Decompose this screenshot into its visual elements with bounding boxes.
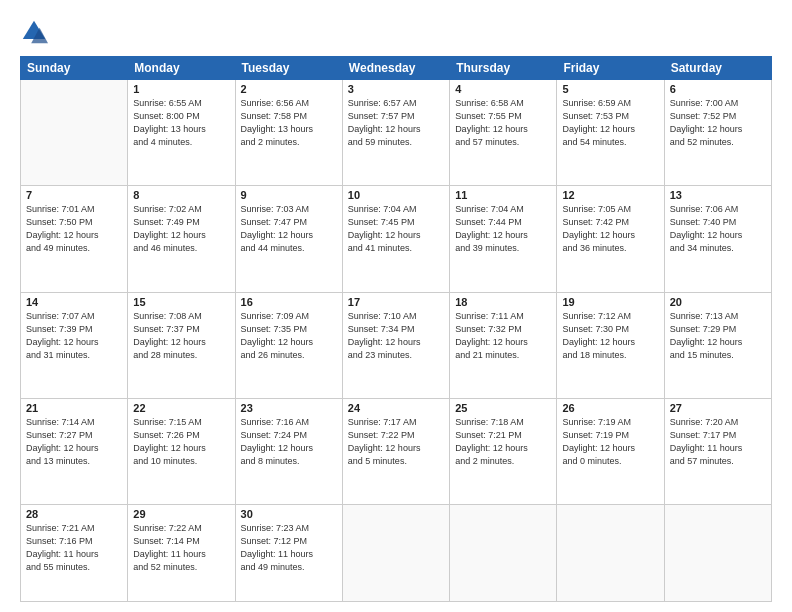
day-info: Sunrise: 7:12 AM Sunset: 7:30 PM Dayligh… bbox=[562, 310, 658, 362]
calendar-cell: 21Sunrise: 7:14 AM Sunset: 7:27 PM Dayli… bbox=[21, 398, 128, 504]
calendar-cell: 29Sunrise: 7:22 AM Sunset: 7:14 PM Dayli… bbox=[128, 505, 235, 602]
day-info: Sunrise: 7:18 AM Sunset: 7:21 PM Dayligh… bbox=[455, 416, 551, 468]
day-info: Sunrise: 7:17 AM Sunset: 7:22 PM Dayligh… bbox=[348, 416, 444, 468]
weekday-sunday: Sunday bbox=[21, 57, 128, 80]
weekday-monday: Monday bbox=[128, 57, 235, 80]
week-row-2: 7Sunrise: 7:01 AM Sunset: 7:50 PM Daylig… bbox=[21, 186, 772, 292]
day-info: Sunrise: 6:59 AM Sunset: 7:53 PM Dayligh… bbox=[562, 97, 658, 149]
calendar-cell: 6Sunrise: 7:00 AM Sunset: 7:52 PM Daylig… bbox=[664, 80, 771, 186]
day-number: 5 bbox=[562, 83, 658, 95]
calendar-cell: 15Sunrise: 7:08 AM Sunset: 7:37 PM Dayli… bbox=[128, 292, 235, 398]
day-info: Sunrise: 7:09 AM Sunset: 7:35 PM Dayligh… bbox=[241, 310, 337, 362]
day-number: 24 bbox=[348, 402, 444, 414]
day-number: 10 bbox=[348, 189, 444, 201]
day-number: 23 bbox=[241, 402, 337, 414]
day-info: Sunrise: 6:56 AM Sunset: 7:58 PM Dayligh… bbox=[241, 97, 337, 149]
header bbox=[20, 18, 772, 46]
day-info: Sunrise: 6:57 AM Sunset: 7:57 PM Dayligh… bbox=[348, 97, 444, 149]
calendar-cell: 25Sunrise: 7:18 AM Sunset: 7:21 PM Dayli… bbox=[450, 398, 557, 504]
calendar-cell: 22Sunrise: 7:15 AM Sunset: 7:26 PM Dayli… bbox=[128, 398, 235, 504]
day-info: Sunrise: 7:16 AM Sunset: 7:24 PM Dayligh… bbox=[241, 416, 337, 468]
day-info: Sunrise: 7:19 AM Sunset: 7:19 PM Dayligh… bbox=[562, 416, 658, 468]
calendar-cell: 12Sunrise: 7:05 AM Sunset: 7:42 PM Dayli… bbox=[557, 186, 664, 292]
calendar-cell bbox=[450, 505, 557, 602]
calendar-cell: 20Sunrise: 7:13 AM Sunset: 7:29 PM Dayli… bbox=[664, 292, 771, 398]
day-number: 19 bbox=[562, 296, 658, 308]
calendar-cell: 8Sunrise: 7:02 AM Sunset: 7:49 PM Daylig… bbox=[128, 186, 235, 292]
weekday-thursday: Thursday bbox=[450, 57, 557, 80]
day-info: Sunrise: 7:07 AM Sunset: 7:39 PM Dayligh… bbox=[26, 310, 122, 362]
calendar-cell: 19Sunrise: 7:12 AM Sunset: 7:30 PM Dayli… bbox=[557, 292, 664, 398]
calendar-cell: 2Sunrise: 6:56 AM Sunset: 7:58 PM Daylig… bbox=[235, 80, 342, 186]
calendar-cell: 10Sunrise: 7:04 AM Sunset: 7:45 PM Dayli… bbox=[342, 186, 449, 292]
day-info: Sunrise: 7:14 AM Sunset: 7:27 PM Dayligh… bbox=[26, 416, 122, 468]
calendar-cell: 9Sunrise: 7:03 AM Sunset: 7:47 PM Daylig… bbox=[235, 186, 342, 292]
weekday-header-row: SundayMondayTuesdayWednesdayThursdayFrid… bbox=[21, 57, 772, 80]
weekday-wednesday: Wednesday bbox=[342, 57, 449, 80]
day-info: Sunrise: 7:00 AM Sunset: 7:52 PM Dayligh… bbox=[670, 97, 766, 149]
calendar-cell: 7Sunrise: 7:01 AM Sunset: 7:50 PM Daylig… bbox=[21, 186, 128, 292]
calendar-cell: 27Sunrise: 7:20 AM Sunset: 7:17 PM Dayli… bbox=[664, 398, 771, 504]
week-row-3: 14Sunrise: 7:07 AM Sunset: 7:39 PM Dayli… bbox=[21, 292, 772, 398]
day-info: Sunrise: 7:04 AM Sunset: 7:45 PM Dayligh… bbox=[348, 203, 444, 255]
day-info: Sunrise: 7:02 AM Sunset: 7:49 PM Dayligh… bbox=[133, 203, 229, 255]
day-number: 13 bbox=[670, 189, 766, 201]
day-info: Sunrise: 7:03 AM Sunset: 7:47 PM Dayligh… bbox=[241, 203, 337, 255]
page: SundayMondayTuesdayWednesdayThursdayFrid… bbox=[0, 0, 792, 612]
calendar-table: SundayMondayTuesdayWednesdayThursdayFrid… bbox=[20, 56, 772, 602]
day-number: 28 bbox=[26, 508, 122, 520]
weekday-tuesday: Tuesday bbox=[235, 57, 342, 80]
calendar-cell bbox=[664, 505, 771, 602]
weekday-friday: Friday bbox=[557, 57, 664, 80]
calendar-cell: 23Sunrise: 7:16 AM Sunset: 7:24 PM Dayli… bbox=[235, 398, 342, 504]
day-info: Sunrise: 7:05 AM Sunset: 7:42 PM Dayligh… bbox=[562, 203, 658, 255]
day-number: 2 bbox=[241, 83, 337, 95]
day-info: Sunrise: 7:15 AM Sunset: 7:26 PM Dayligh… bbox=[133, 416, 229, 468]
day-info: Sunrise: 7:11 AM Sunset: 7:32 PM Dayligh… bbox=[455, 310, 551, 362]
day-number: 22 bbox=[133, 402, 229, 414]
calendar-cell: 5Sunrise: 6:59 AM Sunset: 7:53 PM Daylig… bbox=[557, 80, 664, 186]
calendar-cell: 11Sunrise: 7:04 AM Sunset: 7:44 PM Dayli… bbox=[450, 186, 557, 292]
weekday-saturday: Saturday bbox=[664, 57, 771, 80]
calendar-cell: 4Sunrise: 6:58 AM Sunset: 7:55 PM Daylig… bbox=[450, 80, 557, 186]
day-number: 18 bbox=[455, 296, 551, 308]
day-info: Sunrise: 6:58 AM Sunset: 7:55 PM Dayligh… bbox=[455, 97, 551, 149]
day-number: 9 bbox=[241, 189, 337, 201]
day-number: 14 bbox=[26, 296, 122, 308]
day-number: 7 bbox=[26, 189, 122, 201]
day-number: 12 bbox=[562, 189, 658, 201]
week-row-1: 1Sunrise: 6:55 AM Sunset: 8:00 PM Daylig… bbox=[21, 80, 772, 186]
day-number: 29 bbox=[133, 508, 229, 520]
day-number: 8 bbox=[133, 189, 229, 201]
day-info: Sunrise: 7:08 AM Sunset: 7:37 PM Dayligh… bbox=[133, 310, 229, 362]
day-number: 27 bbox=[670, 402, 766, 414]
week-row-4: 21Sunrise: 7:14 AM Sunset: 7:27 PM Dayli… bbox=[21, 398, 772, 504]
calendar-cell: 24Sunrise: 7:17 AM Sunset: 7:22 PM Dayli… bbox=[342, 398, 449, 504]
calendar-cell: 26Sunrise: 7:19 AM Sunset: 7:19 PM Dayli… bbox=[557, 398, 664, 504]
day-number: 25 bbox=[455, 402, 551, 414]
calendar-cell: 13Sunrise: 7:06 AM Sunset: 7:40 PM Dayli… bbox=[664, 186, 771, 292]
calendar-cell bbox=[557, 505, 664, 602]
day-number: 11 bbox=[455, 189, 551, 201]
calendar-cell: 30Sunrise: 7:23 AM Sunset: 7:12 PM Dayli… bbox=[235, 505, 342, 602]
day-info: Sunrise: 7:01 AM Sunset: 7:50 PM Dayligh… bbox=[26, 203, 122, 255]
day-number: 1 bbox=[133, 83, 229, 95]
calendar-cell: 14Sunrise: 7:07 AM Sunset: 7:39 PM Dayli… bbox=[21, 292, 128, 398]
day-number: 6 bbox=[670, 83, 766, 95]
day-info: Sunrise: 7:13 AM Sunset: 7:29 PM Dayligh… bbox=[670, 310, 766, 362]
calendar-cell: 17Sunrise: 7:10 AM Sunset: 7:34 PM Dayli… bbox=[342, 292, 449, 398]
day-info: Sunrise: 7:06 AM Sunset: 7:40 PM Dayligh… bbox=[670, 203, 766, 255]
calendar-cell: 3Sunrise: 6:57 AM Sunset: 7:57 PM Daylig… bbox=[342, 80, 449, 186]
day-info: Sunrise: 6:55 AM Sunset: 8:00 PM Dayligh… bbox=[133, 97, 229, 149]
day-info: Sunrise: 7:20 AM Sunset: 7:17 PM Dayligh… bbox=[670, 416, 766, 468]
logo bbox=[20, 18, 52, 46]
logo-icon bbox=[20, 18, 48, 46]
day-number: 16 bbox=[241, 296, 337, 308]
day-number: 4 bbox=[455, 83, 551, 95]
calendar-cell: 16Sunrise: 7:09 AM Sunset: 7:35 PM Dayli… bbox=[235, 292, 342, 398]
day-number: 15 bbox=[133, 296, 229, 308]
day-number: 3 bbox=[348, 83, 444, 95]
day-number: 30 bbox=[241, 508, 337, 520]
calendar-cell: 18Sunrise: 7:11 AM Sunset: 7:32 PM Dayli… bbox=[450, 292, 557, 398]
day-number: 21 bbox=[26, 402, 122, 414]
